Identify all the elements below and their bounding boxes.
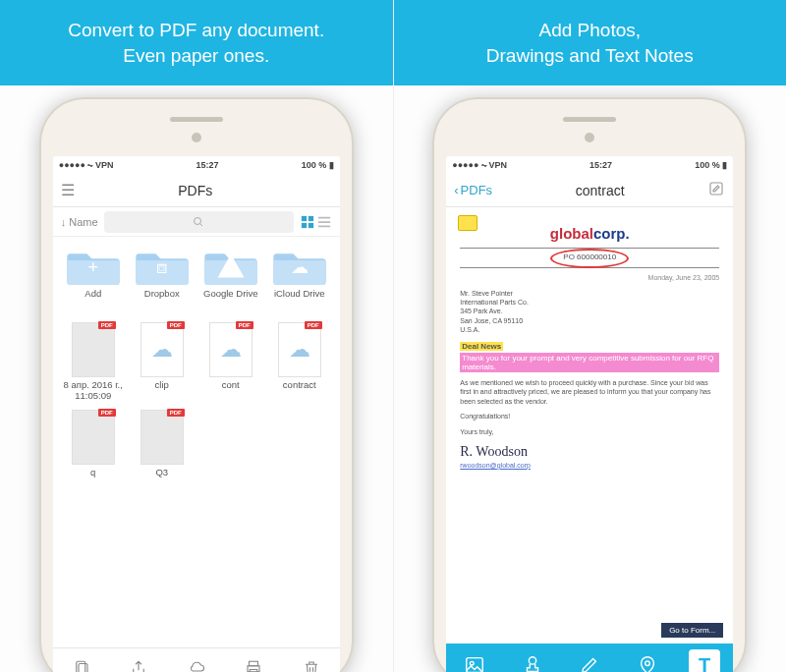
grid-view-icon[interactable]	[300, 214, 315, 230]
draw-tool-icon[interactable]	[574, 649, 605, 672]
svg-rect-9	[77, 661, 85, 672]
file-item[interactable]: ☁PDF clip	[130, 318, 195, 402]
folder-item[interactable]: ⧈ Dropbox	[130, 243, 195, 310]
status-bar: ●●●●● ⏦ VPN 15:27 100 % ▮	[446, 156, 733, 174]
file-item[interactable]: ☁PDF cont	[198, 318, 263, 402]
back-button[interactable]: ‹ PDFs	[454, 183, 492, 197]
svg-rect-2	[302, 216, 307, 221]
banner-left: Convert to PDF any document. Even paper …	[0, 0, 393, 85]
file-item[interactable]: PDF Q3	[130, 406, 195, 489]
pink-highlight: Thank you for your prompt and very compe…	[460, 353, 719, 372]
copy-icon[interactable]	[66, 652, 97, 672]
document-logo: globalcorp.	[460, 225, 719, 242]
edit-icon[interactable]	[707, 180, 725, 201]
folder-icon[interactable]: +	[67, 246, 120, 285]
svg-rect-3	[309, 216, 313, 221]
phone-frame-right: ●●●●● ⏦ VPN 15:27 100 % ▮ ‹ PDFs contrac…	[432, 97, 747, 672]
file-item[interactable]: ☁PDF contract	[267, 318, 332, 402]
address-block: Mr. Steve PointerInternational Parts Co.…	[460, 289, 719, 333]
svg-rect-14	[710, 183, 722, 195]
yellow-highlight: Deal News	[460, 342, 503, 351]
search-input[interactable]	[104, 211, 294, 233]
folder-item[interactable]: ☁ iCloud Drive	[267, 243, 332, 310]
svg-point-17	[529, 657, 535, 664]
text-tool-button[interactable]: T	[689, 649, 720, 672]
shape-tool-icon[interactable]	[632, 649, 663, 672]
svg-rect-11	[250, 661, 258, 666]
svg-point-0	[195, 217, 201, 224]
body-text: As we mentioned we wish to proceed quick…	[460, 378, 719, 436]
print-icon[interactable]	[238, 652, 269, 672]
go-to-form-button[interactable]: Go to Form...	[661, 623, 723, 638]
folder-icon[interactable]: ⧈	[136, 246, 189, 285]
list-view-icon[interactable]	[316, 214, 332, 230]
file-item[interactable]: PDF q	[61, 406, 126, 489]
trash-icon[interactable]	[296, 652, 327, 672]
email-link: rwoodson@global.corp	[460, 462, 719, 469]
svg-rect-5	[309, 223, 313, 228]
sticky-note-icon[interactable]	[458, 215, 477, 231]
file-item[interactable]: PDF 8 апр. 2016 г., 11:05:09	[61, 318, 126, 402]
document-viewer[interactable]: globalcorp. PO 600000010 Monday, June 23…	[446, 207, 733, 644]
svg-line-1	[200, 223, 203, 226]
folder-item[interactable]: + Add	[61, 243, 126, 310]
page-title: PDFs	[81, 183, 310, 198]
banner-right: Add Photos, Drawings and Text Notes	[394, 0, 787, 85]
status-bar: ●●●●● ⏦ VPN 15:27 100 % ▮	[53, 156, 340, 174]
svg-point-16	[471, 662, 475, 666]
svg-rect-10	[79, 663, 87, 672]
photo-tool-icon[interactable]	[459, 649, 490, 672]
folder-item[interactable]: Google Drive	[198, 243, 263, 310]
menu-icon[interactable]: ☰	[61, 181, 75, 199]
red-circle-annotation	[550, 249, 629, 268]
page-title: contract	[498, 183, 702, 198]
document-date: Monday, June 23, 2005	[460, 274, 719, 281]
svg-rect-4	[302, 223, 307, 228]
svg-point-18	[645, 661, 649, 666]
share-icon[interactable]	[123, 652, 154, 672]
search-icon	[193, 216, 204, 228]
folder-icon[interactable]	[204, 246, 257, 285]
folder-icon[interactable]: ☁	[273, 246, 326, 285]
po-number: PO 600000010	[460, 252, 719, 261]
cloud-icon[interactable]	[181, 652, 212, 672]
phone-frame-left: ●●●●● ⏦ VPN 15:27 100 % ▮ ☰ PDFs ↓ Name	[39, 97, 354, 672]
signature: R. Woodson	[460, 444, 719, 460]
sort-button[interactable]: ↓ Name	[61, 216, 98, 228]
stamp-tool-icon[interactable]	[517, 649, 548, 672]
